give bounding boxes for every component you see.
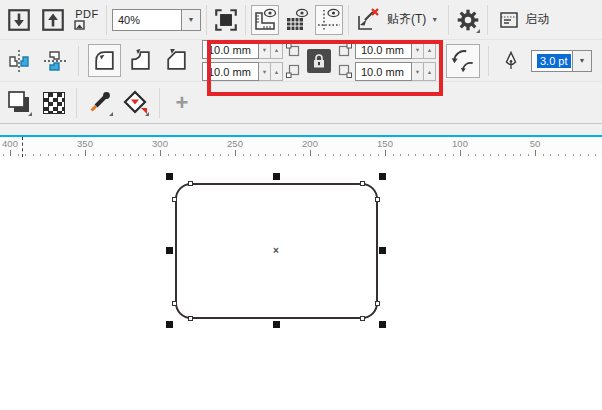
corner-node[interactable]: [188, 181, 193, 186]
corner-radius-bottom-right-spinner[interactable]: 10.0 mm ▼ ▲: [355, 62, 436, 81]
ruler-icon: [252, 7, 278, 33]
curved-arrows-icon: [449, 47, 477, 75]
mirror-vertical-icon: [42, 48, 68, 74]
wrap-text-button[interactable]: [4, 88, 34, 118]
corner-node[interactable]: [188, 316, 193, 321]
ruler-tick: [93, 154, 94, 156]
spinner-down-button[interactable]: ▼: [412, 40, 424, 59]
corner-radius-top-right-spinner[interactable]: 10.0 mm ▼ ▲: [355, 40, 436, 59]
eyedropper-button[interactable]: [85, 88, 115, 118]
chamfered-corner-button[interactable]: [160, 44, 193, 77]
relative-corner-scaling-toggle[interactable]: [446, 44, 480, 78]
drawing-canvas[interactable]: ×: [0, 157, 602, 405]
spinner-down-button[interactable]: ▼: [259, 62, 271, 81]
fullscreen-preview-button[interactable]: [212, 5, 240, 35]
fill-pattern-button[interactable]: [40, 88, 68, 118]
launch-label: 启动: [525, 11, 549, 28]
mirror-horizontal-button[interactable]: [5, 46, 33, 76]
property-bar-row2: +: [0, 82, 602, 124]
selection-handle-top-right[interactable]: [379, 173, 386, 180]
edit-corners-together-lock[interactable]: [307, 49, 331, 73]
selection-handle-top-center[interactable]: [273, 173, 280, 180]
ruler-tick: [235, 150, 236, 156]
publish-pdf-button[interactable]: PDF: [73, 5, 101, 35]
outline-width-combo[interactable]: 3.0 pt ▼: [531, 50, 592, 72]
snap-off-button[interactable]: [354, 5, 382, 35]
horizontal-ruler[interactable]: 40035030025020015010050: [0, 137, 602, 157]
corner-node[interactable]: [360, 181, 365, 186]
ruler-tick: [370, 154, 371, 156]
spinner-up-button[interactable]: ▲: [271, 40, 283, 59]
export-button[interactable]: [39, 5, 67, 35]
ruler-tick: [400, 154, 401, 156]
launch-button[interactable]: 启动: [493, 5, 554, 35]
corner-radius-bottom-left-value[interactable]: 10.0 mm: [202, 62, 259, 81]
zoom-level-value[interactable]: 40%: [112, 9, 182, 31]
ruler-tick: [100, 154, 101, 156]
ruler-tick: [520, 154, 521, 156]
add-toolbar-item-button[interactable]: +: [168, 88, 196, 118]
corner-node[interactable]: [375, 301, 380, 306]
ruler-tick: [48, 154, 49, 156]
plus-icon: +: [176, 92, 189, 114]
ruler-tick: [55, 154, 56, 156]
corner-node[interactable]: [172, 197, 177, 202]
corner-radius-top-right-value[interactable]: 10.0 mm: [355, 40, 412, 59]
spinner-up-button[interactable]: ▲: [271, 62, 283, 81]
ruler-unit-label: 100: [452, 138, 468, 149]
spinner-up-button[interactable]: ▲: [424, 62, 436, 81]
selection-handle-bottom-left[interactable]: [166, 321, 173, 328]
spinner-down-button[interactable]: ▼: [259, 40, 271, 59]
flyout-indicator: [145, 112, 149, 116]
ruler-tick: [438, 154, 439, 156]
ruler-tick: [333, 154, 334, 156]
show-guidelines-toggle[interactable]: [315, 5, 343, 35]
selection-handle-middle-right[interactable]: [379, 247, 386, 254]
import-button[interactable]: [5, 5, 33, 35]
ruler-tick: [228, 154, 229, 156]
ruler-tick: [108, 154, 109, 156]
property-bar: 10.0 mm ▼ ▲ 10.0 mm ▼ ▲: [0, 40, 602, 82]
ruler-tick: [468, 154, 469, 156]
ruler-tick: [70, 154, 71, 156]
mirror-vertical-button[interactable]: [41, 46, 69, 76]
outline-width-value[interactable]: 3.0 pt: [537, 54, 571, 68]
corner-radius-bottom-right-value[interactable]: 10.0 mm: [355, 62, 412, 81]
ruler-tick: [205, 154, 206, 156]
ruler-tick: [198, 154, 199, 156]
corner-radius-top-left-value[interactable]: 10.0 mm: [202, 40, 259, 59]
separator: [448, 5, 449, 35]
snap-to-dropdown[interactable]: 贴齐(T) ▼: [382, 5, 443, 35]
chamfered-corner-icon: [163, 47, 190, 74]
ruler-tick: [303, 154, 304, 156]
fill-color-button[interactable]: [121, 88, 151, 118]
application-window: PDF 40% ▼: [0, 0, 602, 410]
corner-node[interactable]: [375, 197, 380, 202]
selection-handle-top-left[interactable]: [166, 173, 173, 180]
spinner-down-button[interactable]: ▼: [412, 62, 424, 81]
corner-node[interactable]: [360, 316, 365, 321]
show-grid-toggle[interactable]: [283, 5, 311, 35]
zoom-level-combo[interactable]: 40% ▼: [112, 9, 201, 31]
ruler-tick: [423, 154, 424, 156]
round-corner-button[interactable]: [88, 44, 121, 77]
grid-icon: [284, 7, 310, 33]
separator: [206, 5, 207, 35]
outline-width-button[interactable]: [497, 46, 525, 76]
ruler-tick: [528, 154, 529, 156]
round-corner-icon: [91, 47, 118, 74]
scalloped-corner-button[interactable]: [124, 44, 157, 77]
corner-radius-bottom-left-spinner[interactable]: 10.0 mm ▼ ▲: [202, 62, 283, 81]
separator: [106, 5, 107, 35]
selection-handle-middle-left[interactable]: [166, 247, 173, 254]
spinner-up-button[interactable]: ▲: [424, 40, 436, 59]
outline-width-dropdown-button[interactable]: ▼: [573, 50, 592, 72]
selection-handle-bottom-center[interactable]: [273, 321, 280, 328]
corner-node[interactable]: [172, 301, 177, 306]
options-button[interactable]: [454, 5, 482, 35]
show-rulers-toggle[interactable]: [251, 5, 279, 35]
corner-radius-top-left-spinner[interactable]: 10.0 mm ▼ ▲: [202, 40, 283, 59]
zoom-dropdown-button[interactable]: ▼: [182, 9, 201, 31]
selection-handle-bottom-right[interactable]: [379, 321, 386, 328]
ruler-tick: [498, 154, 499, 156]
